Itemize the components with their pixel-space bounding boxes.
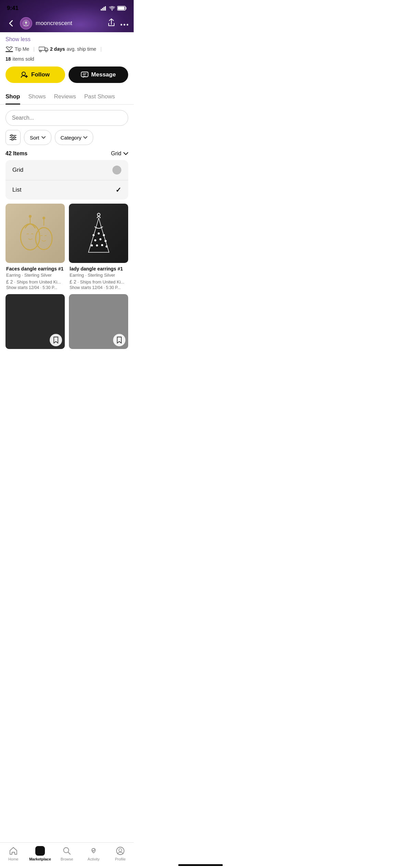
nav-right xyxy=(108,19,128,28)
items-sold-label: items sold xyxy=(13,56,34,62)
product-grid-row2 xyxy=(0,294,134,390)
svg-point-26 xyxy=(93,234,95,236)
follow-button[interactable]: Follow xyxy=(5,67,65,83)
category-label: Category xyxy=(61,135,82,141)
svg-point-34 xyxy=(101,244,103,246)
svg-point-9 xyxy=(124,24,125,25)
product-title-2: lady dangle earrings #1 xyxy=(70,266,127,272)
product-info-2: lady dangle earrings #1 Earring · Sterli… xyxy=(69,263,128,290)
product-image-1 xyxy=(5,204,65,263)
grid-chevron-icon xyxy=(123,152,128,155)
product-card-4[interactable] xyxy=(69,294,128,349)
sliders-icon xyxy=(10,134,16,141)
wifi-icon xyxy=(109,6,115,11)
product-show-2: Show starts 12/04 · 5:30 P... xyxy=(70,285,127,290)
sort-button[interactable]: Sort xyxy=(24,130,51,145)
svg-rect-5 xyxy=(118,7,125,10)
action-buttons: Follow Message xyxy=(5,67,128,83)
message-button[interactable]: Message xyxy=(69,67,128,83)
tab-past-shows[interactable]: Past Shows xyxy=(84,90,115,104)
product-image-2 xyxy=(69,204,128,263)
svg-point-28 xyxy=(103,234,105,236)
product-shipping-1: · Ships from United Ki... xyxy=(14,279,61,285)
battery-icon xyxy=(117,6,127,11)
svg-point-10 xyxy=(127,24,129,25)
shipping-days: 2 days xyxy=(50,46,65,52)
message-icon xyxy=(81,72,88,78)
tip-me-item[interactable]: Tip Me xyxy=(5,46,29,52)
share-button[interactable] xyxy=(108,19,115,28)
meta-row: Tip Me | 2 days avg. ship time | 18 item… xyxy=(5,46,128,62)
bookmark-button-3[interactable] xyxy=(50,334,62,346)
filter-icon-button[interactable] xyxy=(5,130,21,145)
grid-toggle-label: Grid xyxy=(111,150,121,157)
avg-ship-label: avg. ship time xyxy=(67,46,96,52)
svg-point-36 xyxy=(97,213,100,216)
items-row: 42 Items Grid xyxy=(0,149,134,160)
product-img-wrapper-2 xyxy=(69,204,128,263)
product-card-2[interactable]: lady dangle earrings #1 Earring · Sterli… xyxy=(69,204,128,290)
back-button[interactable] xyxy=(5,18,16,29)
svg-point-17 xyxy=(11,135,13,136)
svg-rect-16 xyxy=(81,72,88,77)
list-check-icon: ✓ xyxy=(116,186,121,194)
tab-shows[interactable]: Shows xyxy=(28,90,46,104)
sort-chevron-icon xyxy=(41,136,46,139)
product-img-wrapper-3 xyxy=(5,294,65,349)
show-less-button[interactable]: Show less xyxy=(5,36,128,43)
tab-shop[interactable]: Shop xyxy=(5,90,20,104)
product-subtitle-1: Earring · Sterling Silver xyxy=(6,273,64,278)
product-card-3[interactable] xyxy=(5,294,65,349)
message-label: Message xyxy=(91,71,116,78)
tip-icon xyxy=(5,46,13,52)
view-dropdown: Grid List ✓ xyxy=(5,160,128,200)
search-section xyxy=(0,105,134,126)
grid-toggle-button[interactable]: Grid xyxy=(111,150,128,157)
product-price-1: £ 2 · Ships from United Ki... xyxy=(6,279,64,285)
svg-point-15 xyxy=(22,72,25,75)
username-label: mooncrescent xyxy=(36,20,72,27)
list-option-label: List xyxy=(12,186,21,193)
bookmark-button-4[interactable] xyxy=(113,334,125,346)
product-subtitle-2: Earring · Sterling Silver xyxy=(70,273,127,278)
svg-point-14 xyxy=(45,50,47,52)
product-title-1: Faces dangle earrings #1 xyxy=(6,266,64,272)
dropdown-grid-option[interactable]: Grid xyxy=(5,160,128,180)
svg-point-23 xyxy=(36,228,52,250)
search-input[interactable] xyxy=(5,110,128,126)
nav-bar: mooncrescent xyxy=(0,14,134,32)
product-show-1: Show starts 12/04 · 5:30 P... xyxy=(6,285,64,290)
svg-rect-1 xyxy=(102,8,103,11)
items-count: 42 Items xyxy=(5,150,27,157)
items-sold-item: 18 items sold xyxy=(5,56,34,62)
product-grid: Faces dangle earrings #1 Earring · Sterl… xyxy=(0,204,134,290)
svg-point-33 xyxy=(96,244,98,246)
svg-rect-2 xyxy=(104,7,105,11)
nav-left: mooncrescent xyxy=(5,17,72,29)
svg-point-20 xyxy=(21,224,40,250)
svg-rect-11 xyxy=(5,51,13,52)
profile-avatar[interactable] xyxy=(20,17,32,29)
more-button[interactable] xyxy=(121,20,128,27)
status-icons xyxy=(101,6,127,11)
svg-point-24 xyxy=(42,217,45,219)
signal-icon xyxy=(101,6,107,11)
svg-point-29 xyxy=(94,239,96,241)
dropdown-list-option[interactable]: List ✓ xyxy=(5,180,128,200)
dropdown-menu: Grid List ✓ xyxy=(5,160,128,200)
svg-point-35 xyxy=(106,245,108,248)
status-bar: 9:41 xyxy=(0,0,134,14)
svg-point-13 xyxy=(39,50,41,52)
tab-reviews[interactable]: Reviews xyxy=(54,90,76,104)
category-button[interactable]: Category xyxy=(55,130,94,145)
grid-toggle-circle xyxy=(112,166,121,174)
product-img-wrapper-4 xyxy=(69,294,128,349)
product-img-wrapper-1 xyxy=(5,204,65,263)
follow-label: Follow xyxy=(31,71,50,78)
product-card-1[interactable]: Faces dangle earrings #1 Earring · Sterl… xyxy=(5,204,65,290)
svg-point-27 xyxy=(98,232,100,234)
bookmark-icon-4 xyxy=(117,337,122,343)
divider2: | xyxy=(100,46,102,52)
lady-earring-illustration xyxy=(82,211,116,256)
svg-point-8 xyxy=(121,24,122,25)
